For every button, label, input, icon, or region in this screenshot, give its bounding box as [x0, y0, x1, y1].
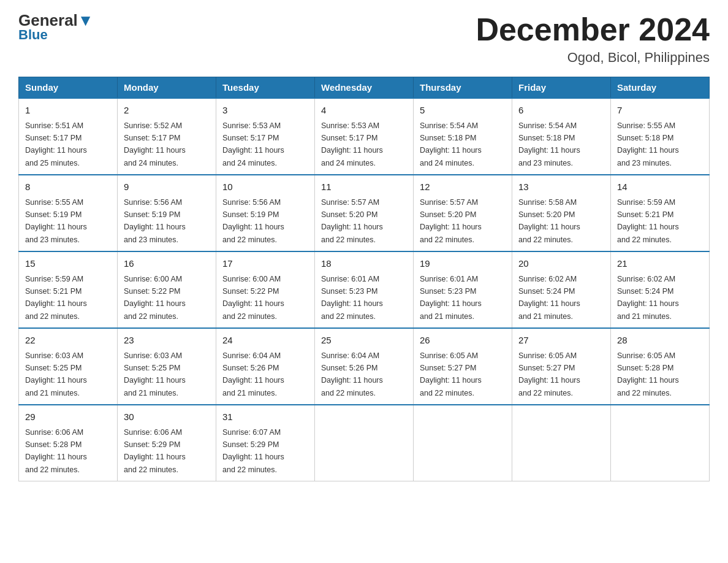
day-info: Sunrise: 6:03 AM Sunset: 5:25 PM Dayligh…: [124, 351, 186, 397]
col-friday: Friday: [512, 77, 611, 99]
logo: General▼ Blue: [18, 12, 94, 43]
day-info: Sunrise: 6:01 AM Sunset: 5:23 PM Dayligh…: [321, 275, 383, 321]
day-number: 13: [518, 180, 604, 194]
day-number: 14: [617, 180, 703, 194]
day-number: 19: [420, 257, 506, 271]
day-info: Sunrise: 6:06 AM Sunset: 5:29 PM Dayligh…: [124, 428, 186, 474]
calendar-cell: [512, 405, 611, 481]
day-number: 3: [222, 104, 308, 118]
day-info: Sunrise: 6:07 AM Sunset: 5:29 PM Dayligh…: [222, 428, 284, 474]
day-number: 7: [617, 104, 703, 118]
calendar-cell: 23 Sunrise: 6:03 AM Sunset: 5:25 PM Dayl…: [118, 328, 216, 405]
day-info: Sunrise: 5:56 AM Sunset: 5:19 PM Dayligh…: [222, 198, 284, 244]
calendar-cell: 14 Sunrise: 5:59 AM Sunset: 5:21 PM Dayl…: [611, 175, 710, 251]
day-number: 26: [420, 334, 506, 348]
day-number: 16: [124, 257, 210, 271]
day-info: Sunrise: 5:56 AM Sunset: 5:19 PM Dayligh…: [124, 198, 186, 244]
day-number: 18: [321, 257, 407, 271]
col-tuesday: Tuesday: [216, 77, 315, 99]
day-number: 21: [617, 257, 703, 271]
day-info: Sunrise: 5:54 AM Sunset: 5:18 PM Dayligh…: [420, 121, 482, 167]
day-number: 5: [420, 104, 506, 118]
day-number: 8: [25, 180, 111, 194]
day-info: Sunrise: 6:06 AM Sunset: 5:28 PM Dayligh…: [25, 428, 87, 474]
calendar-cell: 28 Sunrise: 6:05 AM Sunset: 5:28 PM Dayl…: [611, 328, 710, 405]
day-info: Sunrise: 5:55 AM Sunset: 5:19 PM Dayligh…: [25, 198, 87, 244]
day-number: 11: [321, 180, 407, 194]
calendar-cell: 27 Sunrise: 6:05 AM Sunset: 5:27 PM Dayl…: [512, 328, 611, 405]
col-sunday: Sunday: [19, 77, 118, 99]
calendar-cell: 17 Sunrise: 6:00 AM Sunset: 5:22 PM Dayl…: [216, 251, 315, 328]
day-number: 20: [518, 257, 604, 271]
day-info: Sunrise: 5:55 AM Sunset: 5:18 PM Dayligh…: [617, 121, 679, 167]
calendar-cell: [315, 405, 414, 481]
calendar-week-row: 22 Sunrise: 6:03 AM Sunset: 5:25 PM Dayl…: [19, 328, 710, 405]
calendar-cell: 26 Sunrise: 6:05 AM Sunset: 5:27 PM Dayl…: [414, 328, 512, 405]
calendar-cell: 20 Sunrise: 6:02 AM Sunset: 5:24 PM Dayl…: [512, 251, 611, 328]
day-number: 6: [518, 104, 604, 118]
col-monday: Monday: [118, 77, 216, 99]
calendar-cell: 4 Sunrise: 5:53 AM Sunset: 5:17 PM Dayli…: [315, 98, 414, 175]
day-number: 4: [321, 104, 407, 118]
calendar-cell: 31 Sunrise: 6:07 AM Sunset: 5:29 PM Dayl…: [216, 405, 315, 481]
calendar-cell: 8 Sunrise: 5:55 AM Sunset: 5:19 PM Dayli…: [19, 175, 118, 251]
calendar-cell: 6 Sunrise: 5:54 AM Sunset: 5:18 PM Dayli…: [512, 98, 611, 175]
day-info: Sunrise: 6:02 AM Sunset: 5:24 PM Dayligh…: [518, 275, 580, 321]
calendar-table: Sunday Monday Tuesday Wednesday Thursday…: [18, 77, 710, 481]
day-number: 31: [222, 410, 308, 424]
month-title: December 2024: [476, 12, 710, 47]
day-number: 23: [124, 334, 210, 348]
calendar-week-row: 1 Sunrise: 5:51 AM Sunset: 5:17 PM Dayli…: [19, 98, 710, 175]
day-info: Sunrise: 6:05 AM Sunset: 5:27 PM Dayligh…: [518, 351, 580, 397]
day-info: Sunrise: 5:54 AM Sunset: 5:18 PM Dayligh…: [518, 121, 580, 167]
calendar-cell: 15 Sunrise: 5:59 AM Sunset: 5:21 PM Dayl…: [19, 251, 118, 328]
calendar-week-row: 8 Sunrise: 5:55 AM Sunset: 5:19 PM Dayli…: [19, 175, 710, 251]
day-info: Sunrise: 5:53 AM Sunset: 5:17 PM Dayligh…: [321, 121, 383, 167]
day-info: Sunrise: 5:59 AM Sunset: 5:21 PM Dayligh…: [617, 198, 679, 244]
day-number: 22: [25, 334, 111, 348]
day-info: Sunrise: 6:02 AM Sunset: 5:24 PM Dayligh…: [617, 275, 679, 321]
calendar-header-row: Sunday Monday Tuesday Wednesday Thursday…: [19, 77, 710, 99]
day-info: Sunrise: 6:01 AM Sunset: 5:23 PM Dayligh…: [420, 275, 482, 321]
day-info: Sunrise: 6:05 AM Sunset: 5:27 PM Dayligh…: [420, 351, 482, 397]
calendar-cell: 30 Sunrise: 6:06 AM Sunset: 5:29 PM Dayl…: [118, 405, 216, 481]
calendar-cell: 7 Sunrise: 5:55 AM Sunset: 5:18 PM Dayli…: [611, 98, 710, 175]
logo-text: General▼: [18, 12, 94, 28]
calendar-cell: 3 Sunrise: 5:53 AM Sunset: 5:17 PM Dayli…: [216, 98, 315, 175]
day-number: 30: [124, 410, 210, 424]
day-info: Sunrise: 6:00 AM Sunset: 5:22 PM Dayligh…: [222, 275, 284, 321]
calendar-cell: 13 Sunrise: 5:58 AM Sunset: 5:20 PM Dayl…: [512, 175, 611, 251]
day-number: 17: [222, 257, 308, 271]
day-info: Sunrise: 6:04 AM Sunset: 5:26 PM Dayligh…: [222, 351, 284, 397]
location-title: Ogod, Bicol, Philippines: [476, 50, 710, 66]
col-saturday: Saturday: [611, 77, 710, 99]
day-number: 24: [222, 334, 308, 348]
calendar-cell: 5 Sunrise: 5:54 AM Sunset: 5:18 PM Dayli…: [414, 98, 512, 175]
day-info: Sunrise: 5:57 AM Sunset: 5:20 PM Dayligh…: [321, 198, 383, 244]
day-info: Sunrise: 6:05 AM Sunset: 5:28 PM Dayligh…: [617, 351, 679, 397]
calendar-week-row: 15 Sunrise: 5:59 AM Sunset: 5:21 PM Dayl…: [19, 251, 710, 328]
day-number: 29: [25, 410, 111, 424]
calendar-cell: 25 Sunrise: 6:04 AM Sunset: 5:26 PM Dayl…: [315, 328, 414, 405]
calendar-cell: 18 Sunrise: 6:01 AM Sunset: 5:23 PM Dayl…: [315, 251, 414, 328]
day-number: 10: [222, 180, 308, 194]
day-info: Sunrise: 6:04 AM Sunset: 5:26 PM Dayligh…: [321, 351, 383, 397]
calendar-cell: 24 Sunrise: 6:04 AM Sunset: 5:26 PM Dayl…: [216, 328, 315, 405]
calendar-cell: 21 Sunrise: 6:02 AM Sunset: 5:24 PM Dayl…: [611, 251, 710, 328]
calendar-week-row: 29 Sunrise: 6:06 AM Sunset: 5:28 PM Dayl…: [19, 405, 710, 481]
calendar-cell: 29 Sunrise: 6:06 AM Sunset: 5:28 PM Dayl…: [19, 405, 118, 481]
day-number: 2: [124, 104, 210, 118]
calendar-cell: [414, 405, 512, 481]
col-wednesday: Wednesday: [315, 77, 414, 99]
title-block: December 2024 Ogod, Bicol, Philippines: [476, 12, 710, 66]
day-number: 15: [25, 257, 111, 271]
page-header: General▼ Blue December 2024 Ogod, Bicol,…: [18, 12, 710, 66]
day-number: 28: [617, 334, 703, 348]
day-number: 12: [420, 180, 506, 194]
calendar-cell: [611, 405, 710, 481]
day-info: Sunrise: 5:52 AM Sunset: 5:17 PM Dayligh…: [124, 121, 186, 167]
calendar-cell: 12 Sunrise: 5:57 AM Sunset: 5:20 PM Dayl…: [414, 175, 512, 251]
day-info: Sunrise: 6:00 AM Sunset: 5:22 PM Dayligh…: [124, 275, 186, 321]
calendar-cell: 9 Sunrise: 5:56 AM Sunset: 5:19 PM Dayli…: [118, 175, 216, 251]
calendar-cell: 2 Sunrise: 5:52 AM Sunset: 5:17 PM Dayli…: [118, 98, 216, 175]
